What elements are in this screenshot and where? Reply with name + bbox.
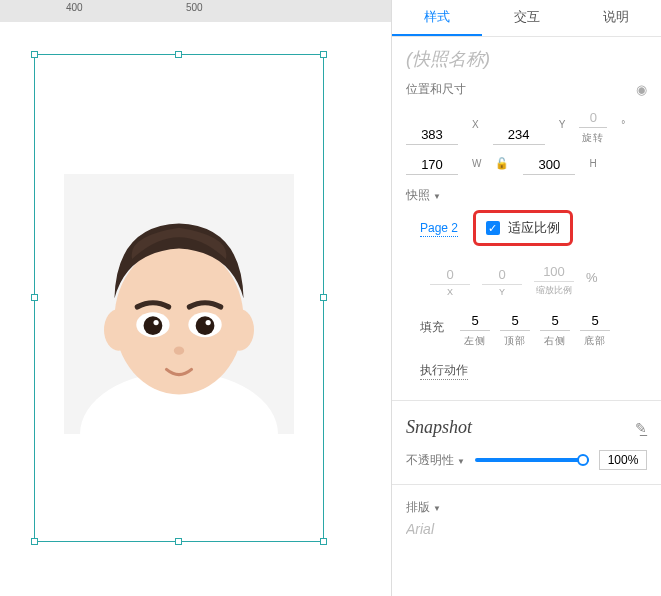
svg-point-1 — [114, 244, 243, 394]
offset-y-input[interactable] — [482, 265, 522, 285]
rotation-input[interactable] — [579, 108, 607, 128]
x-input[interactable] — [406, 125, 458, 145]
w-label: W — [472, 158, 481, 169]
resize-handle-s[interactable] — [175, 538, 182, 545]
resize-handle-nw[interactable] — [31, 51, 38, 58]
svg-point-8 — [153, 320, 158, 325]
properties-panel: 样式 交互 说明 (快照名称) 位置和尺寸 ◉ X Y 旋转 ° W 🔓 H — [391, 0, 661, 596]
panel-tabs: 样式 交互 说明 — [392, 0, 661, 37]
pad-top-input[interactable] — [500, 311, 530, 331]
opacity-slider[interactable] — [475, 458, 589, 462]
snapshot-image[interactable] — [64, 174, 294, 434]
y-label: Y — [559, 119, 566, 130]
h-label: H — [589, 158, 596, 169]
pad-right-input[interactable] — [540, 311, 570, 331]
width-input[interactable] — [406, 155, 458, 175]
lock-icon[interactable]: 🔓 — [495, 157, 509, 170]
svg-point-7 — [196, 316, 215, 335]
tab-style[interactable]: 样式 — [392, 0, 482, 36]
opacity-label: 不透明性▼ — [406, 452, 465, 469]
pad-bottom-input[interactable] — [580, 311, 610, 331]
y-input[interactable] — [493, 125, 545, 145]
svg-point-10 — [174, 347, 184, 355]
opacity-input[interactable] — [599, 450, 647, 470]
padding-label: 填充 — [420, 319, 444, 336]
x-label: X — [472, 119, 479, 130]
widget-name-display[interactable]: Snapshot — [406, 417, 472, 438]
svg-point-6 — [144, 316, 163, 335]
degree-label: ° — [621, 119, 625, 130]
typography-label: 排版▼ — [392, 491, 661, 518]
resize-handle-e[interactable] — [320, 294, 327, 301]
svg-point-9 — [206, 320, 211, 325]
fit-ratio-label: 适应比例 — [508, 219, 560, 237]
snapshot-section-label: 快照▼ — [406, 187, 441, 204]
tab-interactions[interactable]: 交互 — [482, 0, 572, 36]
divider — [392, 400, 661, 401]
ruler-tick: 400 — [66, 2, 83, 13]
fit-ratio-highlight: ✓ 适应比例 — [473, 210, 573, 246]
tab-notes[interactable]: 说明 — [571, 0, 661, 36]
offset-x-input[interactable] — [430, 265, 470, 285]
pad-left-input[interactable] — [460, 311, 490, 331]
scale-input[interactable] — [534, 262, 574, 282]
ruler-tick: 500 — [186, 2, 203, 13]
rotation-label: 旋转 — [582, 131, 604, 145]
percent-sign: % — [586, 270, 598, 285]
resize-handle-se[interactable] — [320, 538, 327, 545]
height-input[interactable] — [523, 155, 575, 175]
resize-handle-ne[interactable] — [320, 51, 327, 58]
position-size-label: 位置和尺寸 — [406, 81, 466, 98]
divider — [392, 484, 661, 485]
ruler-horizontal: 400 500 — [0, 0, 391, 22]
fit-ratio-checkbox[interactable]: ✓ — [486, 221, 500, 235]
avatar-illustration — [74, 184, 284, 434]
widget-name-placeholder[interactable]: (快照名称) — [392, 37, 661, 75]
execute-action-link[interactable]: 执行动作 — [420, 362, 468, 380]
font-family-input[interactable] — [406, 521, 506, 537]
svg-point-2 — [104, 309, 133, 351]
resize-handle-w[interactable] — [31, 294, 38, 301]
resize-handle-n[interactable] — [175, 51, 182, 58]
canvas-area[interactable]: 400 500 — [0, 0, 391, 596]
snapshot-page-link[interactable]: Page 2 — [420, 221, 458, 237]
rename-icon[interactable]: ✎̲ — [635, 420, 647, 436]
slider-thumb[interactable] — [577, 454, 589, 466]
visibility-icon[interactable]: ◉ — [636, 82, 647, 97]
svg-point-3 — [225, 309, 254, 351]
resize-handle-sw[interactable] — [31, 538, 38, 545]
